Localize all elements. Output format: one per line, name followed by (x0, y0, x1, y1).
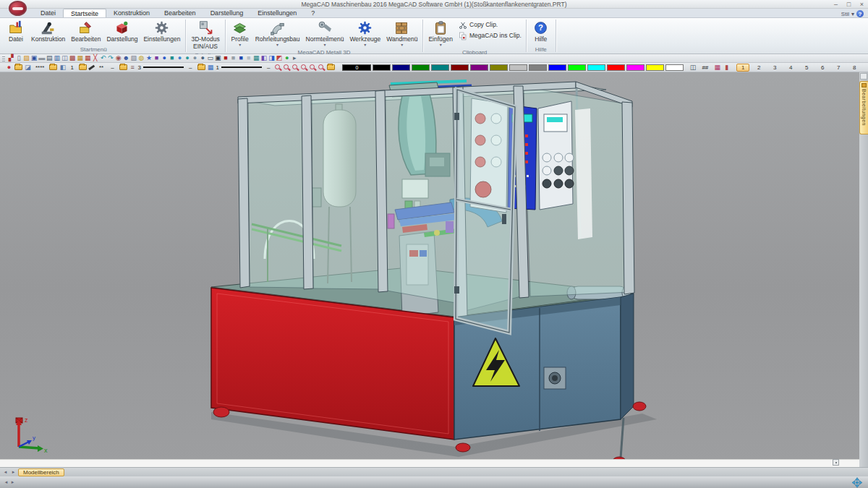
minus-icon[interactable]: ▬ (38, 54, 46, 62)
box-red-icon[interactable]: ■ (222, 54, 230, 62)
color-swatch[interactable] (665, 64, 684, 71)
ribbon-button-profile[interactable]: Rohrleitungsbau Profile ▾ (229, 19, 252, 48)
round-blue-icon[interactable]: ● (176, 54, 184, 62)
grid-red-icon[interactable]: ▦ (84, 54, 92, 62)
ribbon-button-normteilmenu[interactable]: Normteilmenü ▾ (304, 19, 346, 48)
undo-icon[interactable]: ↶ (99, 54, 107, 62)
attribute-folder-button[interactable] (49, 64, 57, 70)
ribbon-button-wandmenu[interactable]: Wandmenü ▾ (384, 19, 420, 48)
toolbar-grip[interactable] (2, 55, 5, 61)
model-space-tab[interactable]: Modellbereich (18, 468, 64, 476)
layer-button-5[interactable]: 5 (800, 64, 813, 72)
layer-palette-icon[interactable]: ▦ (713, 64, 721, 71)
layer-button-8[interactable]: 8 (848, 64, 861, 72)
color-swatch[interactable] (373, 64, 391, 71)
gear-red-icon[interactable]: ◉ (114, 54, 122, 62)
color-swatch[interactable] (568, 64, 586, 71)
line-style-icon[interactable]: ≡ (129, 64, 137, 71)
teal-grid-icon[interactable]: ▦ (252, 54, 260, 62)
color-swatch[interactable] (412, 64, 430, 71)
attribute-folder-button[interactable] (119, 64, 127, 70)
ribbon-button-einfuegen[interactable]: Einfügen ▾ (426, 19, 455, 48)
round-gray-icon[interactable]: ● (191, 54, 199, 62)
color-swatch[interactable] (392, 64, 410, 71)
stamp2-icon[interactable]: ▩ (69, 54, 77, 62)
ribbon-button-bearbeiten[interactable]: Bearbeiten (69, 19, 103, 44)
ribbon-button-einstellungen[interactable]: Einstellungen (141, 19, 182, 44)
minimize-button[interactable]: – (832, 1, 840, 9)
layer-button-2[interactable]: 2 (752, 64, 765, 72)
layer-button-4[interactable]: 4 (784, 64, 797, 72)
ribbon-button-rohrleitungsbau[interactable]: Rohrleitungsbau ▾ (253, 19, 302, 48)
pen-icon[interactable] (88, 64, 95, 71)
ribbon-button-werkzeuge[interactable]: Werkzeuge ▾ (347, 19, 383, 48)
layer-button-6[interactable]: 6 (816, 64, 829, 72)
chevron-down-icon[interactable]: ▾ (851, 11, 854, 17)
attribute-folder-button[interactable] (14, 64, 22, 70)
red-white-icon[interactable]: ◩ (276, 54, 284, 62)
layer-button-1[interactable]: 1 (736, 64, 749, 72)
pin-icon[interactable]: ▮ (723, 64, 731, 71)
box-blue-icon[interactable]: ■ (237, 54, 245, 62)
color-swatch[interactable] (451, 64, 469, 71)
sphere-blue-icon[interactable]: ● (161, 54, 169, 62)
color-swatch[interactable] (646, 64, 664, 71)
palette-icon[interactable]: ▧ (130, 54, 138, 62)
ribbon-button-hilfe[interactable]: ? Hilfe (529, 19, 553, 44)
sheet-icon[interactable]: ◧ (59, 64, 67, 71)
zoom-all-icon[interactable] (318, 64, 325, 71)
zoom-in-icon[interactable] (300, 64, 307, 71)
figure-icon[interactable]: ★ (145, 54, 153, 62)
ribbon-button-konstruktion[interactable]: Konstruktion (29, 19, 67, 44)
cut-red-icon[interactable]: ╳ (92, 54, 100, 62)
new-file-icon[interactable]: ▯ (15, 54, 23, 62)
maximize-button[interactable]: □ (845, 1, 853, 9)
menu-tab-konstruktion[interactable]: Konstruktion (106, 9, 157, 17)
color-swatch[interactable] (509, 64, 527, 71)
print-icon[interactable]: ▤ (46, 54, 54, 62)
tab-prev-button[interactable]: ◂ (2, 469, 9, 475)
megacad-logo-icon[interactable] (9, 1, 27, 16)
user-icon[interactable]: ☻ (122, 54, 130, 62)
monitor-small-icon[interactable]: ▭ (206, 54, 214, 62)
grid-yellow-icon[interactable]: ▦ (76, 54, 84, 62)
save-icon[interactable]: ▣ (30, 54, 38, 62)
redo-icon[interactable]: ↷ (107, 54, 115, 62)
ribbon-button-3d-modus[interactable]: 3D-Modus EIN/AUS (189, 19, 221, 51)
side-panel-pin-button[interactable] (860, 73, 867, 80)
box-teal-icon[interactable]: ■ (168, 54, 176, 62)
color-swatch[interactable] (607, 64, 625, 71)
status-prev-button[interactable]: ◂ (3, 479, 9, 485)
ribbon-button-copy-clip[interactable]: Copy Clip. (456, 21, 523, 30)
attribute-folder-button[interactable] (327, 64, 335, 70)
tab-next-button[interactable]: ▸ (10, 469, 17, 475)
model-viewport[interactable]: z x y Bearbeitungen (0, 72, 868, 467)
doc-settings-icon[interactable]: ▥ (54, 54, 61, 62)
menu-tab-startseite[interactable]: Startseite (63, 9, 106, 17)
blue-pair-icon[interactable]: ◨ (268, 54, 276, 62)
green-circle-icon[interactable]: ● (283, 54, 291, 62)
box-purple-icon[interactable]: ■ (153, 54, 161, 62)
ribbon-button-megacad-ins-clip[interactable]: MegaCAD ins Clip. (456, 32, 523, 40)
box-gray-icon[interactable]: ■ (229, 54, 237, 62)
ribbon-button-datei[interactable]: Datei (4, 19, 27, 44)
line-width-preview[interactable]: 3 (138, 64, 184, 71)
expand-arrow-icon[interactable]: ▸ (291, 54, 299, 62)
color-swatch[interactable] (548, 64, 566, 71)
stamp-icon[interactable]: ▞ (7, 54, 15, 62)
menu-tab-darstellung[interactable]: Darstellung (203, 9, 251, 17)
color-grid-icon[interactable]: ▦ (207, 64, 215, 71)
open-folder-icon[interactable]: ▨ (22, 54, 30, 62)
style-dropdown[interactable]: Stil (841, 11, 849, 17)
zoom-window-icon[interactable] (274, 64, 281, 71)
zoom-out-icon[interactable] (309, 64, 316, 71)
help-icon[interactable]: ? (856, 10, 864, 17)
current-color-swatch[interactable]: 0 (342, 64, 371, 71)
screen-icon[interactable]: ◫ (689, 64, 697, 71)
color-swatch[interactable] (490, 64, 508, 71)
menu-tab-bearbeiten[interactable]: Bearbeiten (157, 9, 203, 17)
menu-tab-help[interactable]: ? (304, 9, 322, 17)
pan-icon[interactable] (849, 477, 865, 488)
menu-tab-datei[interactable]: Datei (33, 9, 63, 17)
color-swatch[interactable] (470, 64, 488, 71)
